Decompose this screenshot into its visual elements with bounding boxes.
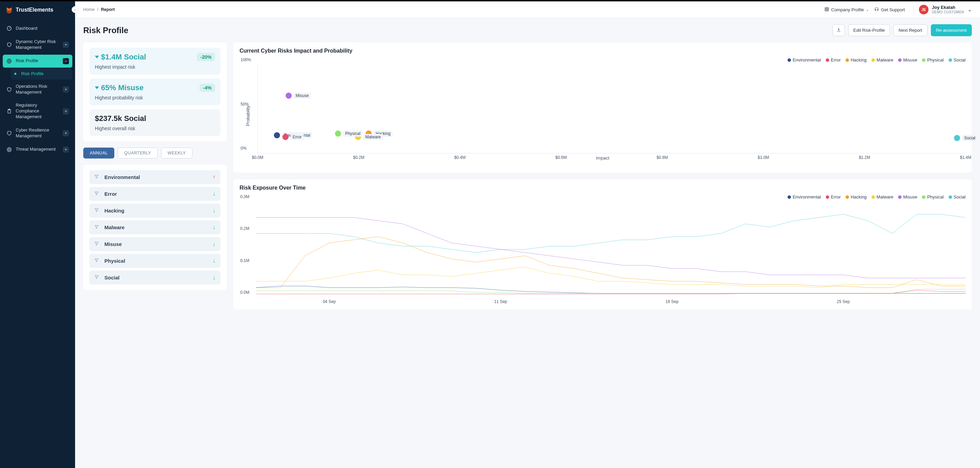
risk-row[interactable]: Physical↓ (89, 254, 220, 268)
plus-icon[interactable]: + (63, 86, 69, 93)
trend-down-icon: ↓ (213, 224, 216, 231)
scatter-point[interactable]: Error (282, 134, 304, 140)
risk-row[interactable]: Misuse↓ (89, 237, 220, 251)
breadcrumb-home[interactable]: Home (83, 7, 94, 12)
download-icon (836, 28, 841, 33)
line-series[interactable] (256, 237, 966, 288)
line-series[interactable] (256, 267, 966, 288)
sidebar-item-dashboard[interactable]: Dashboard (3, 22, 72, 35)
filter-icon (94, 241, 100, 247)
target-icon (6, 147, 12, 153)
content: $1.4M Social-20%Highest impact risk65% M… (75, 36, 980, 468)
legend-item[interactable]: Environmental (788, 194, 821, 200)
chevron-down-icon: ⌄ (866, 8, 869, 12)
filter-icon (94, 174, 100, 180)
reassessment-button[interactable]: Re-assessment (931, 24, 972, 36)
sidebar-item-cyber-resilience-management[interactable]: Cyber Resilience Management+ (3, 124, 72, 142)
x-tick: $0.2M (353, 155, 364, 160)
legend-item[interactable]: Misuse (898, 58, 917, 62)
risk-row[interactable]: Social↓ (89, 270, 220, 284)
legend-item[interactable]: Social (948, 194, 966, 200)
x-tick: $0.4M (454, 155, 465, 160)
sidebar-item-regulatory-compliance-management[interactable]: Regulatory Compliance Management+ (3, 99, 72, 123)
sidebar-item-threat-management[interactable]: Threat Management+ (3, 143, 72, 156)
sidebar-item-dynamic-cyber-risk-management[interactable]: Dynamic Cyber Risk Management+ (3, 35, 72, 54)
legend-item[interactable]: Social (948, 58, 966, 62)
company-profile-link[interactable]: Company Profile ⌄ (824, 7, 869, 13)
y-tick: 0.1M (240, 258, 250, 263)
sidebar-item-operations-risk-management[interactable]: Operations Risk Management+ (3, 80, 72, 99)
plus-icon[interactable]: + (63, 42, 69, 48)
legend-item[interactable]: Error (826, 194, 841, 200)
scatter-point-label: Physical (343, 131, 363, 137)
brand-name: TrustElements (16, 7, 53, 13)
legend-item[interactable]: Hacking (846, 58, 867, 62)
x-tick: 25 Sep (837, 299, 850, 304)
risk-row[interactable]: Environmental↑ (89, 170, 220, 184)
legend-label: Physical (927, 194, 943, 200)
line-series[interactable] (256, 214, 966, 252)
x-tick: $1.4M (960, 155, 971, 160)
scatter-y-label: Probability (245, 105, 250, 126)
kpi-value: 65% Misuse (95, 83, 144, 92)
sidebar-subitem-risk-profile[interactable]: Risk Profile (11, 68, 72, 80)
line-chart-title: Risk Exposure Over Time (240, 185, 966, 191)
download-button[interactable] (833, 24, 845, 36)
get-support-link[interactable]: Get Support (874, 7, 905, 13)
tab-weekly[interactable]: WEEKLY (161, 148, 192, 158)
legend-item[interactable]: Misuse (898, 194, 917, 200)
legend-item[interactable]: Malware (872, 58, 893, 62)
risk-row[interactable]: Error↓ (89, 187, 220, 201)
y-tick: 0.0M (240, 290, 250, 295)
legend-item[interactable]: Physical (922, 58, 943, 62)
chevron-down-icon: ⌄ (968, 7, 972, 12)
legend-dot-icon (826, 58, 829, 62)
line-series[interactable] (256, 289, 966, 294)
svg-point-5 (7, 148, 11, 152)
x-tick: $1.0M (757, 155, 769, 160)
legend-label: Error (831, 194, 841, 200)
sidebar-item-label: Threat Management (16, 147, 59, 152)
sidebar-item-label: Cyber Resilience Management (16, 128, 59, 139)
scatter-point[interactable]: Physical (335, 131, 363, 137)
line-series[interactable] (256, 217, 966, 278)
legend-item[interactable]: Malware (872, 194, 893, 200)
scatter-legend: EnvironmentalErrorHackingMalwareMisusePh… (240, 58, 966, 62)
tab-annual[interactable]: ANNUAL (83, 148, 114, 158)
legend-item[interactable]: Error (826, 58, 841, 62)
legend-dot-icon (948, 58, 952, 62)
bullet-icon (14, 73, 16, 75)
scatter-chart-title: Current Cyber Risks Impact and Probabili… (240, 48, 966, 54)
sidebar-item-risk-profile[interactable]: Risk Profile− (3, 55, 72, 68)
legend-label: Environmental (793, 194, 821, 200)
scatter-dot-icon (286, 93, 292, 99)
risk-row[interactable]: Malware↓ (89, 220, 220, 234)
minus-icon[interactable]: − (63, 58, 69, 64)
plus-icon[interactable]: + (63, 130, 69, 136)
next-report-button[interactable]: Next Report (893, 24, 927, 36)
scatter-point[interactable]: Social (954, 135, 978, 141)
brand: TrustElements (0, 2, 75, 18)
legend-dot-icon (898, 58, 902, 62)
legend-item[interactable]: Environmental (788, 58, 821, 62)
legend-item[interactable]: Physical (922, 194, 943, 200)
caret-down-icon (95, 56, 99, 58)
edit-risk-profile-button[interactable]: Edit Risk-Profile (848, 24, 890, 36)
tab-quarterly[interactable]: QUARTERLY (118, 148, 158, 158)
main: Home / Report Company Profile ⌄ Get Supp… (75, 2, 980, 468)
plus-icon[interactable]: + (63, 108, 69, 115)
scatter-point[interactable]: Misuse (286, 93, 311, 99)
user-menu[interactable]: JE Joy Ekatah DEMO CUSTOMER ⌄ (913, 5, 972, 14)
kpi-value: $237.5k Social (95, 114, 146, 123)
svg-point-2 (8, 60, 10, 62)
risk-name: Error (104, 191, 208, 197)
legend-item[interactable]: Hacking (846, 194, 867, 200)
plus-icon[interactable]: + (63, 147, 69, 153)
clipboard-icon (6, 108, 12, 115)
sidebar-collapse-button[interactable]: ‹ (72, 6, 78, 13)
legend-dot-icon (872, 195, 875, 199)
filter-icon (94, 208, 100, 214)
kpi-delta: -20% (197, 53, 215, 61)
risk-row[interactable]: Hacking↓ (89, 204, 220, 217)
breadcrumb-current: Report (101, 7, 115, 12)
